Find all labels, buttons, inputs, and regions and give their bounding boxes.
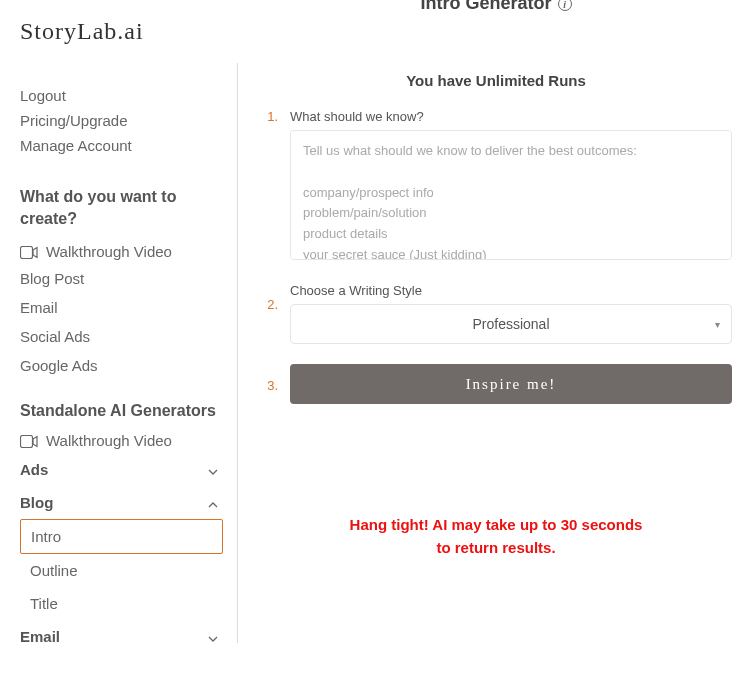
standalone-heading: Standalone AI Generators [20, 402, 237, 420]
create-heading: What do you want to create? [20, 186, 237, 229]
info-icon[interactable]: i [558, 0, 572, 11]
category-blog[interactable]: Blog [20, 486, 237, 519]
nav-manage-account[interactable]: Manage Account [20, 133, 237, 158]
category-ads[interactable]: Ads [20, 453, 237, 486]
chevron-down-icon [207, 464, 219, 476]
menu-blog-post[interactable]: Blog Post [20, 264, 237, 293]
step2-label: Choose a Writing Style [290, 283, 732, 298]
category-email[interactable]: Email [20, 620, 237, 653]
category-label: Ads [20, 461, 48, 478]
sub-item-title[interactable]: Title [20, 587, 237, 620]
runs-remaining: You have Unlimited Runs [260, 72, 732, 89]
sub-item-intro[interactable]: Intro [20, 519, 223, 554]
step-number-2: 2. [260, 283, 278, 312]
category-label: Email [20, 628, 60, 645]
sidebar: Logout Pricing/Upgrade Manage Account Wh… [0, 63, 238, 643]
step1-label: What should we know? [290, 109, 732, 124]
chevron-down-icon [207, 631, 219, 643]
video-icon [20, 245, 38, 258]
video-icon [20, 434, 38, 447]
inspire-button[interactable]: Inspire me! [290, 364, 732, 404]
nav-logout[interactable]: Logout [20, 83, 237, 108]
step-number-1: 1. [260, 109, 278, 124]
menu-email[interactable]: Email [20, 293, 237, 322]
menu-google-ads[interactable]: Google Ads [20, 351, 237, 380]
walkthrough-label: Walkthrough Video [46, 432, 172, 449]
writing-style-select[interactable]: Professional [290, 304, 732, 344]
walkthrough-video-create[interactable]: Walkthrough Video [20, 239, 237, 264]
walkthrough-label: Walkthrough Video [46, 243, 172, 260]
nav-pricing[interactable]: Pricing/Upgrade [20, 108, 237, 133]
walkthrough-video-standalone[interactable]: Walkthrough Video [20, 428, 237, 453]
sub-item-outline[interactable]: Outline [20, 554, 237, 587]
chevron-up-icon [207, 497, 219, 509]
loading-message: Hang tight! AI may take up to 30 seconds… [260, 514, 732, 559]
main-content: Intro Generator i You have Unlimited Run… [238, 53, 750, 643]
context-input[interactable] [290, 130, 732, 260]
step-number-3: 3. [260, 364, 278, 393]
svg-rect-1 [21, 436, 33, 448]
page-title: Intro Generator i [420, 0, 571, 14]
svg-rect-0 [21, 247, 33, 259]
category-label: Blog [20, 494, 53, 511]
menu-social-ads[interactable]: Social Ads [20, 322, 237, 351]
